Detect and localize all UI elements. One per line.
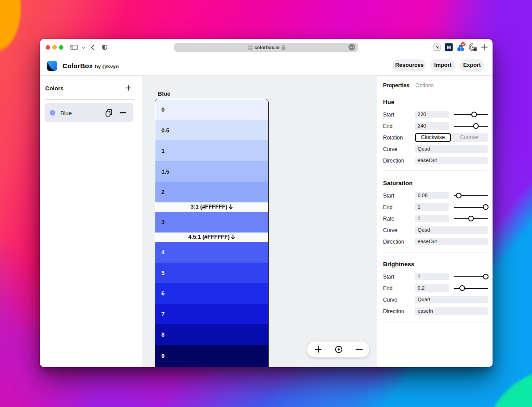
svg-text:N: N <box>435 45 439 50</box>
svg-text:M: M <box>447 45 451 50</box>
